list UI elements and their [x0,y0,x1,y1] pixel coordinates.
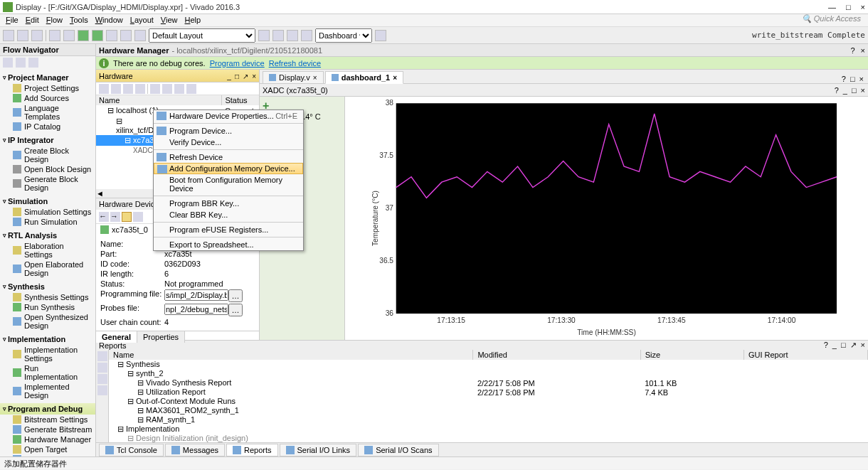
close-icon[interactable]: × [861,86,865,95]
context-menu-item[interactable]: Clear BBR Key... [154,209,303,220]
nav-item[interactable]: IP Catalog [0,122,95,132]
tb-refresh-icon[interactable] [258,30,270,41]
r-icon[interactable] [97,351,107,361]
hw-tb-icon[interactable] [123,84,133,94]
nav-item[interactable]: Implementation Settings [0,345,95,363]
help-icon[interactable]: ? [842,75,846,83]
hw-tb-end-icon[interactable] [174,84,184,94]
menu-tools[interactable]: Tools [67,14,91,26]
quick-access[interactable]: 🔍 Quick Access [802,14,868,26]
context-menu-item[interactable]: Add Configuration Memory Device... [154,163,303,174]
props-tab-properties[interactable]: Properties [137,331,185,343]
nav-item[interactable]: Run Implementation [0,363,95,382]
context-menu-item[interactable]: Boot from Configuration Memory Device [154,174,303,194]
tb-new-icon[interactable] [3,30,14,41]
props-tab-icon[interactable] [122,212,132,222]
panel-min-icon[interactable]: _ [227,73,231,80]
nav-item[interactable]: Generate Block Design [0,174,95,193]
close-icon[interactable]: × [859,75,864,83]
nav-item[interactable]: Elaboration Settings [0,241,95,260]
close-btn[interactable]: × [861,3,865,11]
report-row[interactable]: ⊟ Vivado Synthesis Report [109,378,473,388]
tb-k-icon[interactable] [287,30,298,41]
browse-button[interactable]: … [228,289,243,302]
nav-item[interactable]: Create Block Design [0,146,95,164]
xadc-chart[interactable]: 3636.53737.53817:13:1517:13:3017:13:4517… [345,97,868,340]
props-tab-general[interactable]: General [96,331,137,343]
nav-item[interactable]: Project Settings [0,83,95,93]
tb-undo-icon[interactable] [49,30,60,41]
report-row[interactable]: ⊟ RAM_synth_1 [109,415,473,424]
nav-item[interactable]: Open Synthesized Design [0,312,95,331]
nav-item[interactable]: Bitstream Settings [0,415,95,424]
panel-close-icon[interactable]: × [252,73,256,80]
hw-tb-next-icon[interactable] [162,84,172,94]
hw-tb-icon[interactable] [135,84,145,94]
context-menu-item[interactable]: Export to Spreadsheet... [154,239,303,250]
nav-section-project-manager[interactable]: Project Manager [0,72,95,83]
tb-clock-icon[interactable] [134,30,146,41]
context-menu-item[interactable]: Refresh Device [154,151,303,163]
nav-item[interactable]: Program Device [0,454,95,456]
props-input[interactable] [164,289,228,301]
nav-item[interactable]: Open Elaborated Design [0,260,95,278]
nav-item[interactable]: Run Synthesis [0,302,95,312]
report-row[interactable]: ⊟ Out-of-Context Module Runs [109,397,473,406]
nav-item[interactable]: Open Target [0,444,95,454]
nav-section-implementation[interactable]: Implementation [0,333,95,345]
nav-section-synthesis[interactable]: Synthesis [0,281,95,292]
nav-settings-icon[interactable] [28,58,38,68]
props-tab2-icon[interactable] [133,212,143,222]
bottom-tab-messages[interactable]: Messages [165,444,225,456]
context-menu-item[interactable]: Program eFUSE Registers... [154,224,303,235]
report-row[interactable]: ⊟ Implementation [109,424,473,434]
nav-collapse-icon[interactable] [3,58,13,68]
tb-run-icon[interactable] [78,30,89,41]
nav-expand-icon[interactable] [16,58,26,68]
report-row[interactable]: ⊟ synth_2 [109,369,473,378]
menu-help[interactable]: Help [182,14,204,26]
minimize-btn[interactable]: — [828,3,836,11]
hw-tb-play-icon[interactable] [150,84,160,94]
hw-tb-icon[interactable] [99,84,109,94]
context-menu-item[interactable]: Program Device... [154,125,303,137]
fwd-icon[interactable]: → [110,212,120,222]
r-icon[interactable] [97,363,107,373]
back-icon[interactable]: ← [99,212,109,222]
editor-tab[interactable]: dashboard_1× [325,71,403,84]
tb-redo-icon[interactable] [63,30,75,41]
context-menu-item[interactable]: Program BBR Key... [154,198,303,209]
menu-window[interactable]: Window [92,14,126,26]
nav-item[interactable]: Generate Bitstream [0,424,95,434]
panel-max-icon[interactable]: □ [235,73,239,80]
nav-item[interactable]: Implemented Design [0,382,95,400]
program-device-link[interactable]: Program device [210,59,265,68]
browse-button[interactable]: … [228,304,243,316]
max-icon[interactable]: □ [850,75,855,83]
max-icon[interactable]: □ [852,86,857,95]
close-panel-icon[interactable]: × [861,46,865,55]
nav-item[interactable]: Open Block Design [0,164,95,174]
hw-tb-rec-icon[interactable] [186,84,196,94]
nav-item[interactable]: Language Templates [0,103,95,122]
context-menu-item[interactable]: Hardware Device Properties...Ctrl+E [154,110,303,122]
report-row[interactable]: ⊟ MAX3601_ROM2_synth_1 [109,406,473,415]
props-input[interactable] [164,304,228,315]
tab-close-icon[interactable]: × [313,74,317,82]
bottom-tab-serial-i/o-links[interactable]: Serial I/O Links [280,444,357,456]
refresh-device-link[interactable]: Refresh device [269,59,321,68]
max-icon[interactable]: _ [843,86,847,95]
tb-run2-icon[interactable] [92,30,103,41]
layout-select[interactable]: Default Layout [149,28,255,43]
tb-sigma-icon[interactable] [120,30,132,41]
nav-section-rtl-analysis[interactable]: RTL Analysis [0,230,95,241]
panel-undock-icon[interactable]: ↗ [243,73,248,80]
nav-item[interactable]: Synthesis Settings [0,292,95,302]
tb-p-icon[interactable] [301,30,312,41]
dashboard-select[interactable]: Dashboard ▾ [315,28,372,43]
nav-section-simulation[interactable]: Simulation [0,196,95,207]
bottom-tab-tcl-console[interactable]: Tcl Console [99,444,164,456]
menu-view[interactable]: View [158,14,181,26]
hw-tb-icon[interactable] [111,84,121,94]
menu-layout[interactable]: Layout [127,14,157,26]
